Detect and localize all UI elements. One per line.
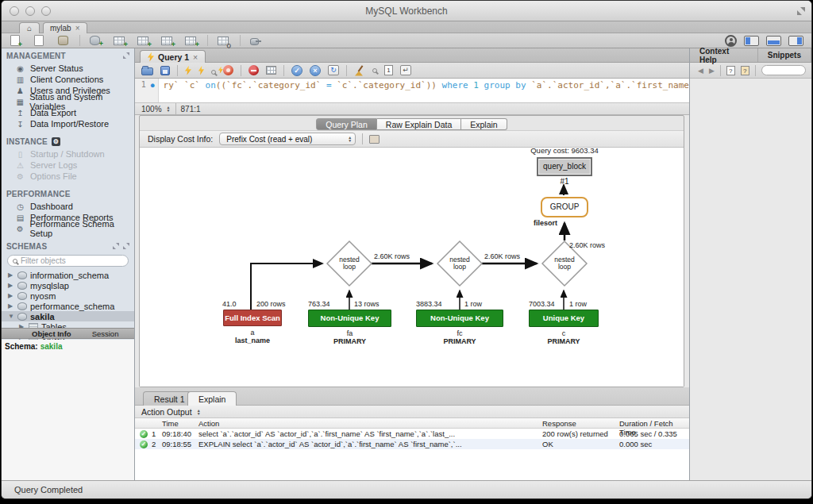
tree-item-nyosm[interactable]: ▶ nyosm [2, 290, 134, 301]
group-node[interactable]: GROUP [541, 197, 588, 217]
output-selector-icon[interactable]: ▲▼ [197, 409, 201, 415]
tab-raw-explain-data[interactable]: Raw Explain Data [377, 118, 461, 130]
key-lookup-node[interactable]: Unique Key Lookup [529, 310, 599, 327]
help-search-input[interactable] [761, 65, 806, 75]
sidebar-item-client-connections[interactable]: ▥ Client Connections [2, 74, 134, 85]
sql-editor[interactable]: 1 ● ry` `c` on((`fc`.`category_id` = `c`… [135, 79, 689, 102]
item-label: Startup / Shutdown [30, 149, 105, 159]
new-query-tab-button[interactable] [8, 35, 24, 47]
back-icon[interactable]: ◀ [698, 67, 703, 75]
chevron-down-icon[interactable]: ▼ [8, 313, 14, 320]
schema-filter-input[interactable]: Filter objects [7, 255, 129, 267]
column-action[interactable]: Action [198, 419, 219, 428]
open-sql-script-button[interactable] [32, 35, 48, 47]
tab-query-plan[interactable]: Query Plan [316, 118, 377, 130]
tree-item-information-schema[interactable]: ▶ information_schema [2, 270, 134, 280]
expand-section-icon[interactable] [123, 52, 129, 59]
tab-object-info[interactable]: Object Info [32, 329, 71, 338]
code-segment: `c`.`category_id`)) [337, 80, 441, 90]
column-response[interactable]: Response [542, 419, 576, 428]
nested-loop-node[interactable]: nested loop [335, 256, 364, 271]
execute-current-icon[interactable] [198, 66, 204, 75]
execute-all-icon[interactable] [185, 66, 191, 75]
find-icon[interactable] [372, 68, 377, 73]
chevron-right-icon[interactable]: ▶ [8, 292, 14, 299]
forward-icon[interactable]: ▶ [709, 67, 715, 75]
plan-canvas[interactable]: Query cost: 9603.34 query_block #1 GROUP… [140, 148, 684, 387]
create-view-button[interactable] [136, 35, 152, 47]
output-row[interactable]: ✓ 1 09:18:40 select `a`.`actor_id` AS `a… [135, 429, 689, 439]
column-time[interactable]: Time [162, 419, 179, 428]
schema-icon [17, 292, 27, 300]
create-function-button[interactable] [183, 35, 199, 47]
code-segment: on [206, 80, 216, 90]
tree-item-performance-schema[interactable]: ▶ performance_schema [2, 301, 134, 311]
expand-section-icon[interactable] [123, 243, 129, 249]
sidebar-item-data-import[interactable]: ↧ Data Import/Restore [2, 118, 134, 129]
sidebar-item-options-file[interactable]: ⚙ Options File [2, 171, 134, 182]
options-file-icon: ⚙ [15, 172, 25, 181]
account-icon[interactable] [725, 35, 737, 47]
tab-mylab[interactable]: mylab × [43, 22, 87, 33]
tab-home[interactable]: ⌂ [19, 22, 40, 33]
limit-rows-icon[interactable] [266, 66, 276, 75]
save-image-icon[interactable] [369, 135, 380, 144]
sidebar-item-performance-schema-setup[interactable]: ⚙ Performance Schema Setup [2, 223, 134, 234]
explain-query-icon[interactable] [211, 63, 216, 78]
wrap-text-icon[interactable]: ↵ [400, 65, 411, 75]
create-procedure-button[interactable] [160, 35, 175, 47]
sql-code-line[interactable]: ry` `c` on((`fc`.`category_id` = `c`.`ca… [159, 79, 689, 102]
nested-loop-node[interactable]: nested loop [550, 256, 579, 271]
instance-config-icon[interactable]: ⚙ [52, 137, 60, 146]
key-lookup-node[interactable]: Non-Unique Key Lookup [308, 310, 391, 327]
context-help-icon[interactable]: ? [726, 66, 735, 75]
sidebar-item-dashboard[interactable]: ◷ Dashboard [2, 201, 134, 212]
stop-on-error-icon[interactable] [249, 65, 259, 75]
sidebar-item-server-logs[interactable]: ⚠ Server Logs [2, 160, 134, 171]
save-script-icon[interactable] [160, 66, 170, 75]
fullscreen-icon[interactable] [797, 7, 805, 15]
tab-query-1[interactable]: Query 1 × [140, 50, 206, 63]
toggle-sidebar-button[interactable] [744, 36, 759, 46]
chevron-right-icon[interactable]: ▶ [8, 282, 14, 289]
close-tab-icon[interactable]: × [193, 52, 198, 62]
close-tab-icon[interactable]: × [75, 24, 80, 33]
sidebar-item-status-variables[interactable]: ▦ Status and System Variables [2, 96, 134, 107]
invisible-chars-icon[interactable]: 1 [384, 65, 393, 75]
stop-query-icon[interactable] [223, 65, 233, 75]
cost-info-select[interactable]: Prefix Cost (read + eval) ▲▼ [219, 133, 356, 145]
sidebar-item-startup-shutdown[interactable]: ▯ Startup / Shutdown [2, 148, 134, 160]
tab-snippets[interactable]: Snippets [758, 48, 811, 62]
reconnect-server-button[interactable] [249, 35, 264, 47]
tab-session[interactable]: Session [92, 329, 119, 338]
nested-loop-node[interactable]: nested loop [445, 256, 474, 271]
tab-explain-result[interactable]: Explain [187, 391, 237, 406]
tree-item-mysqlslap[interactable]: ▶ mysqlslap [2, 280, 134, 290]
toggle-secondary-sidebar-button[interactable] [788, 36, 803, 46]
full-index-scan-node[interactable]: Full Index Scan [223, 310, 282, 326]
schemas-refresh-icon[interactable] [113, 243, 119, 249]
tab-context-help[interactable]: Context Help [690, 48, 758, 62]
sidebar-item-server-status[interactable]: ◉ Server Status [2, 63, 134, 74]
open-script-icon[interactable] [141, 67, 153, 75]
status-variables-icon: ▦ [15, 98, 25, 106]
tab-explain[interactable]: Explain [461, 118, 507, 130]
tree-item-sakila[interactable]: ▼ sakila [2, 311, 134, 321]
chevron-right-icon[interactable]: ▶ [8, 271, 14, 279]
rollback-icon[interactable]: × [310, 65, 321, 76]
create-schema-button[interactable] [88, 35, 104, 47]
output-row[interactable]: ✓ 2 09:18:55 EXPLAIN select `a`.`actor_i… [135, 439, 689, 449]
autocommit-icon[interactable]: ↻ [328, 65, 339, 75]
chevron-right-icon[interactable]: ▶ [8, 302, 14, 310]
data-export-icon: ↥ [15, 109, 25, 117]
search-table-data-button[interactable] [216, 35, 232, 47]
quick-help-icon[interactable]: ? [741, 66, 749, 75]
zoom-stepper[interactable]: ▲▼ [167, 106, 171, 112]
toggle-output-button[interactable] [766, 36, 781, 46]
create-table-button[interactable] [112, 35, 128, 47]
key-lookup-node[interactable]: Non-Unique Key Lookup [416, 310, 503, 327]
clear-query-icon[interactable] [354, 65, 365, 76]
commit-icon[interactable]: ✓ [291, 65, 302, 76]
query-block-node[interactable]: query_block #1 [537, 157, 592, 176]
new-model-button[interactable] [56, 35, 71, 47]
